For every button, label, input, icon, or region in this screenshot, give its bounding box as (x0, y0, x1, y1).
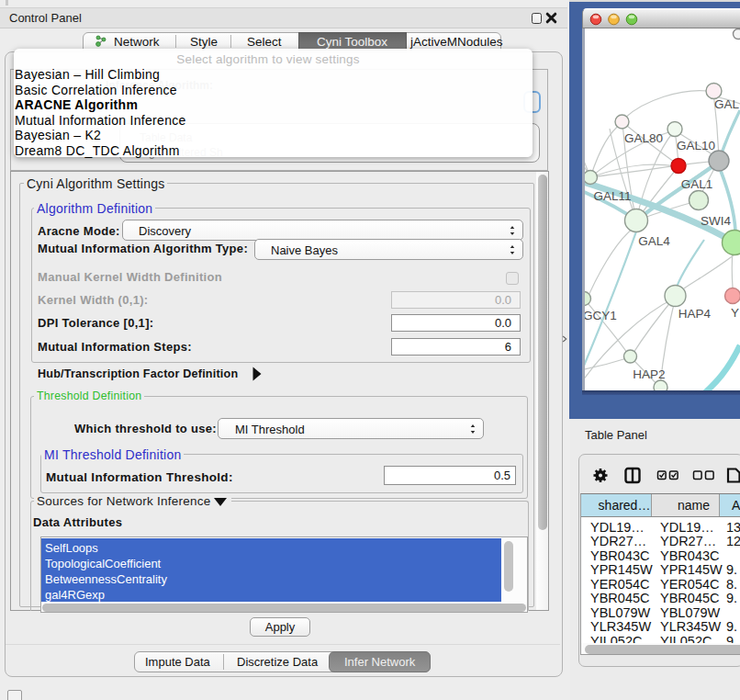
svg-text:HAP2: HAP2 (633, 367, 665, 381)
svg-text:GAL80: GAL80 (624, 131, 663, 145)
svg-text:GAL1: GAL1 (681, 177, 713, 191)
svg-text:GAL4: GAL4 (638, 234, 670, 248)
svg-text:GAL: GAL (714, 97, 740, 111)
svg-text:HAP4: HAP4 (678, 307, 712, 321)
svg-text:SWI4: SWI4 (701, 214, 731, 228)
svg-text:GAL11: GAL11 (593, 189, 631, 203)
svg-text:Y: Y (731, 306, 739, 320)
svg-text:GAL10: GAL10 (677, 139, 715, 152)
svg-text:GCY1: GCY1 (585, 309, 617, 322)
